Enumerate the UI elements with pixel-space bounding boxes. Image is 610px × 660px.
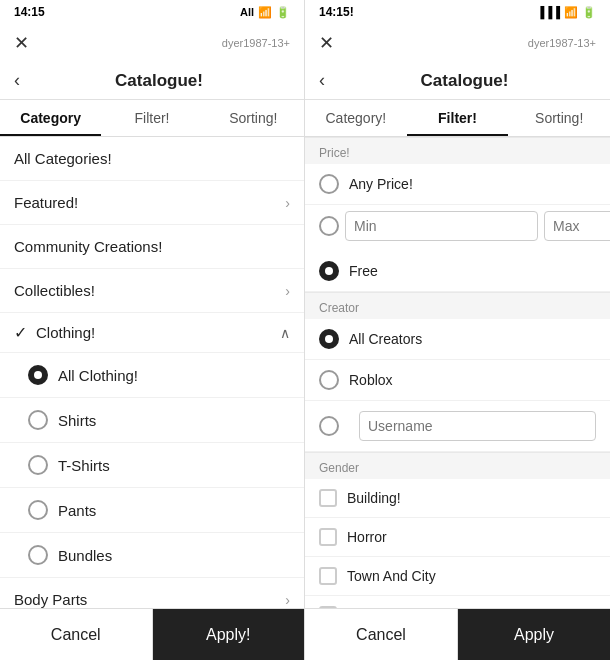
horror-label: Horror [347,529,387,545]
free-row[interactable]: Free [305,251,610,292]
right-battery-icon: 🔋 [582,6,596,19]
featured-chevron-icon: › [285,195,290,211]
left-status-bar: 14:15 All 📶 🔋 [0,0,304,24]
left-top-bar: ✕ dyer1987-13+ [0,24,304,62]
roblox-label: Roblox [349,372,393,388]
right-top-bar: ✕ dyer1987-13+ [305,24,610,62]
clothing-label: Clothing! [36,324,95,341]
community-item[interactable]: Community Creations! [0,225,304,269]
collectibles-item[interactable]: Collectibles! › [0,269,304,313]
building-label: Building! [347,490,401,506]
right-cancel-button[interactable]: Cancel [305,609,458,660]
left-panel: 14:15 All 📶 🔋 ✕ dyer1987-13+ ‹ Catalogue… [0,0,305,660]
bundles-radio [28,545,48,565]
military-row[interactable]: Military [305,596,610,608]
right-tabs: Category! Filter! Sorting! [305,100,610,137]
roblox-creator-row[interactable]: Roblox [305,360,610,401]
right-filter-content: Price! Any Price! Free Creator All Creat… [305,137,610,608]
right-tab-sorting[interactable]: Sorting! [508,100,610,136]
any-price-label: Any Price! [349,176,413,192]
left-tab-filter[interactable]: Filter! [101,100,202,136]
shirts-item[interactable]: Shirts [0,398,304,443]
gender-section-label: Gender [305,452,610,479]
body-parts-chevron-icon: › [285,592,290,608]
right-title-bar: ‹ Catalogue! [305,62,610,100]
pants-label: Pants [58,502,96,519]
left-user-label: dyer1987-13+ [222,37,290,49]
right-tab-category[interactable]: Category! [305,100,407,136]
battery-icon: 🔋 [276,6,290,19]
right-back-button[interactable]: ‹ [319,70,325,91]
right-wifi-icon: 📶 [564,6,578,19]
left-tab-category[interactable]: Category [0,100,101,136]
free-radio [319,261,339,281]
town-city-checkbox [319,567,337,585]
any-price-radio [319,174,339,194]
left-cancel-button[interactable]: Cancel [0,609,153,660]
collectibles-label: Collectibles! [14,282,95,299]
building-row[interactable]: Building! [305,479,610,518]
town-city-row[interactable]: Town And City [305,557,610,596]
community-label: Community Creations! [14,238,162,255]
left-title: Catalogue! [28,71,290,91]
right-signal-icon: ▐▐▐ [537,6,560,18]
wifi-icon: 📶 [258,6,272,19]
left-back-button[interactable]: ‹ [14,70,20,91]
shirts-radio [28,410,48,430]
price-max-input[interactable] [544,211,610,241]
all-creators-radio [319,329,339,349]
right-time: 14:15! [319,5,354,19]
left-tabs: Category Filter! Sorting! [0,100,304,137]
t-shirts-radio [28,455,48,475]
username-row[interactable] [305,401,610,452]
left-time: 14:15 [14,5,45,19]
pants-item[interactable]: Pants [0,488,304,533]
body-parts-label: Body Parts [14,591,87,608]
left-status-right: All 📶 🔋 [240,6,290,19]
left-list-content: All Categories! Featured! › Community Cr… [0,137,304,608]
right-apply-button[interactable]: Apply [458,609,610,660]
bundles-item[interactable]: Bundles [0,533,304,578]
all-categories-label: All Categories! [14,150,112,167]
all-clothing-label: All Clothing! [58,367,138,384]
price-range-radio [319,216,339,236]
clothing-check-icon: ✓ [14,323,36,342]
all-creators-label: All Creators [349,331,422,347]
roblox-radio [319,370,339,390]
bundles-label: Bundles [58,547,112,564]
all-creators-row[interactable]: All Creators [305,319,610,360]
right-tab-filter[interactable]: Filter! [407,100,509,136]
price-inputs-row [305,205,610,251]
left-network: All [240,6,254,18]
horror-row[interactable]: Horror [305,518,610,557]
left-title-bar: ‹ Catalogue! [0,62,304,100]
body-parts-item[interactable]: Body Parts › [0,578,304,608]
featured-label: Featured! [14,194,78,211]
free-label: Free [349,263,378,279]
username-input[interactable] [359,411,596,441]
left-tab-sorting[interactable]: Sorting! [203,100,304,136]
clothing-item[interactable]: ✓ Clothing! ∧ [0,313,304,353]
clothing-chevron-up-icon: ∧ [280,325,290,341]
right-title: Catalogue! [333,71,596,91]
building-checkbox [319,489,337,507]
username-radio [319,416,339,436]
left-bottom-bar: Cancel Apply! [0,608,304,660]
right-status-right: ▐▐▐ 📶 🔋 [537,6,596,19]
right-bottom-bar: Cancel Apply [305,608,610,660]
right-close-button[interactable]: ✕ [319,32,334,54]
left-close-button[interactable]: ✕ [14,32,29,54]
t-shirts-item[interactable]: T-Shirts [0,443,304,488]
price-section-label: Price! [305,137,610,164]
any-price-row[interactable]: Any Price! [305,164,610,205]
all-categories-item[interactable]: All Categories! [0,137,304,181]
all-clothing-item[interactable]: All Clothing! [0,353,304,398]
featured-item[interactable]: Featured! › [0,181,304,225]
t-shirts-label: T-Shirts [58,457,110,474]
right-user-label: dyer1987-13+ [528,37,596,49]
left-apply-button[interactable]: Apply! [153,609,305,660]
horror-checkbox [319,528,337,546]
pants-radio [28,500,48,520]
price-min-input[interactable] [345,211,538,241]
right-status-bar: 14:15! ▐▐▐ 📶 🔋 [305,0,610,24]
